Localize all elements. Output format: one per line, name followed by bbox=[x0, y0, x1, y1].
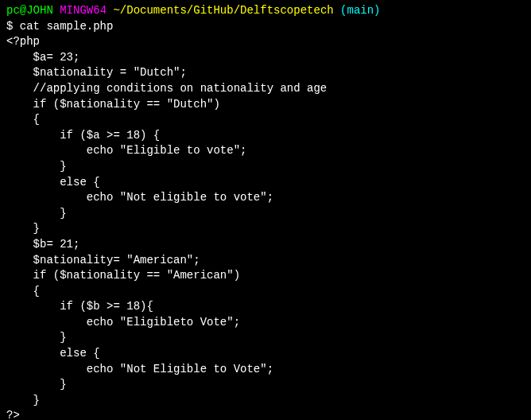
code-line: if ($a >= 18) { bbox=[6, 128, 525, 144]
prompt-host: MINGW64 bbox=[60, 4, 107, 17]
code-line: echo "Not eligible to vote"; bbox=[6, 190, 525, 206]
prompt-path: ~/Documents/GitHub/Delftscopetech bbox=[113, 4, 333, 17]
code-line: } bbox=[6, 206, 525, 222]
code-line: else { bbox=[6, 175, 525, 191]
prompt-branch: (main) bbox=[340, 4, 380, 17]
code-line: if ($nationality == "Dutch") bbox=[6, 97, 525, 113]
code-line: } bbox=[6, 159, 525, 175]
code-line: $b= 21; bbox=[6, 237, 525, 253]
code-line: $nationality = "Dutch"; bbox=[6, 65, 525, 81]
code-line: } bbox=[6, 393, 525, 409]
code-line: $nationality= "American"; bbox=[6, 253, 525, 269]
terminal-prompt: pc@JOHN MINGW64 ~/Documents/GitHub/Delft… bbox=[6, 3, 525, 19]
code-line: } bbox=[6, 377, 525, 393]
code-line: { bbox=[6, 112, 525, 128]
code-line: echo "Eligible to vote"; bbox=[6, 143, 525, 159]
code-line: else { bbox=[6, 346, 525, 362]
prompt-user: pc@JOHN bbox=[6, 4, 53, 17]
code-line: //applying conditions on nationality and… bbox=[6, 81, 525, 97]
code-line: if ($nationality == "American") bbox=[6, 268, 525, 284]
command-line[interactable]: $ cat sample.php bbox=[6, 19, 525, 35]
code-line: } bbox=[6, 330, 525, 346]
code-line: $a= 23; bbox=[6, 50, 525, 66]
code-line: <?php bbox=[6, 34, 525, 50]
code-line: { bbox=[6, 284, 525, 300]
code-line: if ($b >= 18){ bbox=[6, 299, 525, 315]
code-line: ?> bbox=[6, 408, 525, 420]
code-line: echo "Not Eligible to Vote"; bbox=[6, 362, 525, 378]
code-line: echo "Eligibleto Vote"; bbox=[6, 315, 525, 331]
code-line: } bbox=[6, 221, 525, 237]
